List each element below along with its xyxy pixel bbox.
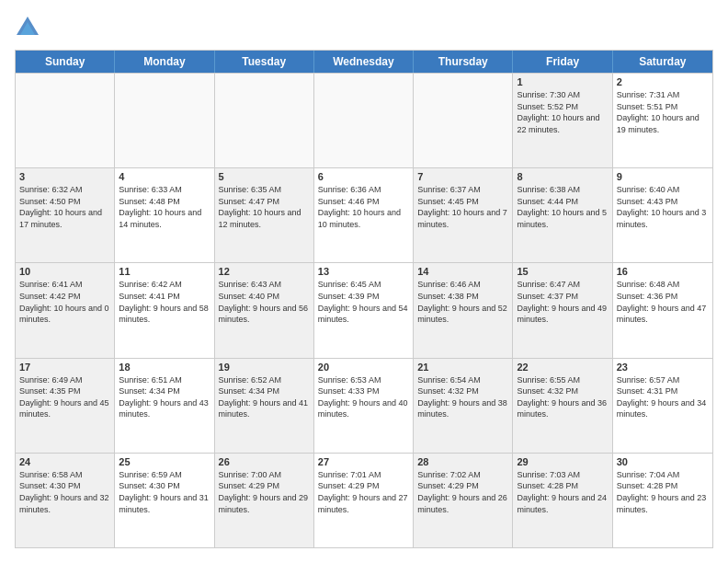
header — [15, 15, 713, 40]
cal-cell-13: 13Sunrise: 6:45 AM Sunset: 4:39 PM Dayli… — [314, 263, 414, 357]
day-number: 5 — [219, 171, 310, 182]
cal-cell-11: 11Sunrise: 6:42 AM Sunset: 4:41 PM Dayli… — [115, 263, 214, 357]
cal-cell-3: 3Sunrise: 6:32 AM Sunset: 4:50 PM Daylig… — [16, 168, 115, 262]
day-info: Sunrise: 6:52 AM Sunset: 4:34 PM Dayligh… — [219, 374, 310, 420]
day-info: Sunrise: 6:55 AM Sunset: 4:32 PM Dayligh… — [517, 374, 608, 420]
cal-cell-27: 27Sunrise: 7:01 AM Sunset: 4:29 PM Dayli… — [314, 454, 414, 547]
day-number: 27 — [318, 456, 409, 467]
logo — [15, 15, 44, 40]
header-day-thursday: Thursday — [414, 51, 513, 73]
day-number: 25 — [119, 456, 210, 467]
cal-cell-empty-0 — [16, 74, 115, 167]
day-number: 1 — [517, 76, 608, 87]
day-number: 10 — [19, 266, 110, 277]
calendar-row-0: 1Sunrise: 7:30 AM Sunset: 5:52 PM Daylig… — [16, 73, 712, 167]
day-number: 15 — [517, 266, 608, 277]
day-info: Sunrise: 7:00 AM Sunset: 4:29 PM Dayligh… — [219, 469, 310, 515]
header-day-tuesday: Tuesday — [215, 51, 314, 73]
cal-cell-20: 20Sunrise: 6:53 AM Sunset: 4:33 PM Dayli… — [314, 359, 414, 453]
cal-cell-empty-3 — [314, 74, 414, 167]
day-number: 14 — [417, 266, 508, 277]
cal-cell-22: 22Sunrise: 6:55 AM Sunset: 4:32 PM Dayli… — [513, 359, 612, 453]
day-number: 16 — [617, 266, 709, 277]
header-day-sunday: Sunday — [16, 51, 115, 73]
day-number: 24 — [19, 456, 110, 467]
day-number: 21 — [417, 362, 508, 373]
cal-cell-1: 1Sunrise: 7:30 AM Sunset: 5:52 PM Daylig… — [513, 74, 612, 167]
calendar: SundayMondayTuesdayWednesdayThursdayFrid… — [15, 50, 713, 548]
day-info: Sunrise: 7:31 AM Sunset: 5:51 PM Dayligh… — [617, 89, 709, 135]
day-number: 17 — [19, 362, 110, 373]
day-number: 3 — [19, 171, 110, 182]
cal-cell-4: 4Sunrise: 6:33 AM Sunset: 4:48 PM Daylig… — [115, 168, 214, 262]
day-number: 13 — [318, 266, 409, 277]
cal-cell-28: 28Sunrise: 7:02 AM Sunset: 4:29 PM Dayli… — [414, 454, 513, 547]
day-info: Sunrise: 6:38 AM Sunset: 4:44 PM Dayligh… — [517, 184, 608, 230]
day-number: 18 — [119, 362, 210, 373]
day-number: 22 — [517, 362, 608, 373]
day-number: 8 — [517, 171, 608, 182]
page: SundayMondayTuesdayWednesdayThursdayFrid… — [0, 0, 728, 563]
day-number: 23 — [617, 362, 709, 373]
day-info: Sunrise: 6:35 AM Sunset: 4:47 PM Dayligh… — [219, 184, 310, 230]
cal-cell-empty-4 — [414, 74, 513, 167]
day-info: Sunrise: 6:48 AM Sunset: 4:36 PM Dayligh… — [617, 279, 709, 325]
day-number: 6 — [318, 171, 409, 182]
cal-cell-empty-1 — [115, 74, 214, 167]
day-info: Sunrise: 6:45 AM Sunset: 4:39 PM Dayligh… — [318, 279, 409, 325]
cal-cell-empty-2 — [215, 74, 314, 167]
day-number: 2 — [617, 76, 709, 87]
day-info: Sunrise: 6:37 AM Sunset: 4:45 PM Dayligh… — [417, 184, 508, 230]
calendar-row-4: 24Sunrise: 6:58 AM Sunset: 4:30 PM Dayli… — [16, 453, 712, 547]
cal-cell-17: 17Sunrise: 6:49 AM Sunset: 4:35 PM Dayli… — [16, 359, 115, 453]
cal-cell-23: 23Sunrise: 6:57 AM Sunset: 4:31 PM Dayli… — [613, 359, 712, 453]
day-info: Sunrise: 6:36 AM Sunset: 4:46 PM Dayligh… — [318, 184, 409, 230]
day-info: Sunrise: 6:42 AM Sunset: 4:41 PM Dayligh… — [119, 279, 210, 325]
cal-cell-10: 10Sunrise: 6:41 AM Sunset: 4:42 PM Dayli… — [16, 263, 115, 357]
day-info: Sunrise: 6:40 AM Sunset: 4:43 PM Dayligh… — [617, 184, 709, 230]
cal-cell-15: 15Sunrise: 6:47 AM Sunset: 4:37 PM Dayli… — [513, 263, 612, 357]
header-day-saturday: Saturday — [613, 51, 712, 73]
cal-cell-16: 16Sunrise: 6:48 AM Sunset: 4:36 PM Dayli… — [613, 263, 712, 357]
calendar-row-2: 10Sunrise: 6:41 AM Sunset: 4:42 PM Dayli… — [16, 262, 712, 357]
day-info: Sunrise: 6:49 AM Sunset: 4:35 PM Dayligh… — [19, 374, 110, 420]
cal-cell-26: 26Sunrise: 7:00 AM Sunset: 4:29 PM Dayli… — [215, 454, 314, 547]
header-day-monday: Monday — [115, 51, 214, 73]
cal-cell-19: 19Sunrise: 6:52 AM Sunset: 4:34 PM Dayli… — [215, 359, 314, 453]
header-day-friday: Friday — [513, 51, 612, 73]
day-number: 4 — [119, 171, 210, 182]
day-number: 29 — [517, 456, 608, 467]
calendar-body: 1Sunrise: 7:30 AM Sunset: 5:52 PM Daylig… — [16, 73, 712, 547]
day-info: Sunrise: 7:02 AM Sunset: 4:29 PM Dayligh… — [417, 469, 508, 515]
cal-cell-12: 12Sunrise: 6:43 AM Sunset: 4:40 PM Dayli… — [215, 263, 314, 357]
day-info: Sunrise: 7:03 AM Sunset: 4:28 PM Dayligh… — [517, 469, 608, 515]
day-info: Sunrise: 6:33 AM Sunset: 4:48 PM Dayligh… — [119, 184, 210, 230]
calendar-row-3: 17Sunrise: 6:49 AM Sunset: 4:35 PM Dayli… — [16, 358, 712, 453]
cal-cell-18: 18Sunrise: 6:51 AM Sunset: 4:34 PM Dayli… — [115, 359, 214, 453]
day-info: Sunrise: 6:58 AM Sunset: 4:30 PM Dayligh… — [19, 469, 110, 515]
day-info: Sunrise: 6:54 AM Sunset: 4:32 PM Dayligh… — [417, 374, 508, 420]
cal-cell-14: 14Sunrise: 6:46 AM Sunset: 4:38 PM Dayli… — [414, 263, 513, 357]
day-number: 28 — [417, 456, 508, 467]
cal-cell-8: 8Sunrise: 6:38 AM Sunset: 4:44 PM Daylig… — [513, 168, 612, 262]
cal-cell-30: 30Sunrise: 7:04 AM Sunset: 4:28 PM Dayli… — [613, 454, 712, 547]
day-info: Sunrise: 7:04 AM Sunset: 4:28 PM Dayligh… — [617, 469, 709, 515]
day-info: Sunrise: 7:30 AM Sunset: 5:52 PM Dayligh… — [517, 89, 608, 135]
day-info: Sunrise: 6:32 AM Sunset: 4:50 PM Dayligh… — [19, 184, 110, 230]
day-number: 20 — [318, 362, 409, 373]
day-number: 30 — [617, 456, 709, 467]
day-info: Sunrise: 6:46 AM Sunset: 4:38 PM Dayligh… — [417, 279, 508, 325]
day-number: 9 — [617, 171, 709, 182]
calendar-header: SundayMondayTuesdayWednesdayThursdayFrid… — [16, 51, 712, 73]
cal-cell-7: 7Sunrise: 6:37 AM Sunset: 4:45 PM Daylig… — [414, 168, 513, 262]
day-info: Sunrise: 6:57 AM Sunset: 4:31 PM Dayligh… — [617, 374, 709, 420]
logo-icon — [15, 15, 40, 40]
cal-cell-6: 6Sunrise: 6:36 AM Sunset: 4:46 PM Daylig… — [314, 168, 414, 262]
cal-cell-9: 9Sunrise: 6:40 AM Sunset: 4:43 PM Daylig… — [613, 168, 712, 262]
calendar-row-1: 3Sunrise: 6:32 AM Sunset: 4:50 PM Daylig… — [16, 167, 712, 262]
day-number: 7 — [417, 171, 508, 182]
day-info: Sunrise: 6:51 AM Sunset: 4:34 PM Dayligh… — [119, 374, 210, 420]
day-info: Sunrise: 7:01 AM Sunset: 4:29 PM Dayligh… — [318, 469, 409, 515]
header-day-wednesday: Wednesday — [314, 51, 414, 73]
cal-cell-25: 25Sunrise: 6:59 AM Sunset: 4:30 PM Dayli… — [115, 454, 214, 547]
